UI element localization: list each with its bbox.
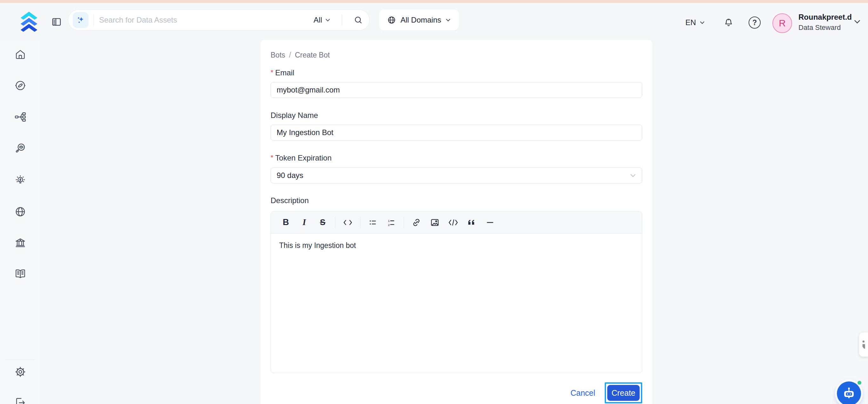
bullet-list-button[interactable] xyxy=(364,214,382,231)
sidebar-item-governance[interactable] xyxy=(0,233,40,252)
notifications-bell-icon[interactable] xyxy=(721,16,736,30)
strikethrough-icon: S xyxy=(320,218,325,227)
home-icon xyxy=(14,48,26,60)
sidebar-item-observe[interactable] xyxy=(0,139,40,158)
search-divider xyxy=(94,14,94,26)
blockquote-icon xyxy=(467,219,476,226)
all-domains-label: All Domains xyxy=(401,16,441,25)
inline-code-icon xyxy=(343,219,352,227)
chevron-down-icon xyxy=(325,19,330,22)
app-logo[interactable] xyxy=(17,10,47,36)
strikethrough-button[interactable]: S xyxy=(313,214,332,231)
token-expiration-label: *Token Expiration xyxy=(271,153,332,163)
toolbar-divider xyxy=(335,217,335,228)
chat-status-dot xyxy=(858,381,861,385)
all-domains-dropdown[interactable]: All Domains xyxy=(379,9,459,30)
bank-icon xyxy=(14,237,26,249)
sidebar-divider xyxy=(5,359,35,360)
lineage-flow-icon xyxy=(14,111,26,123)
sidebar-item-home[interactable] xyxy=(0,45,40,64)
create-bot-card: Bots / Create Bot *Email Display Name *T… xyxy=(260,40,653,404)
breadcrumb: Bots / Create Bot xyxy=(271,51,330,59)
layers-logo-icon xyxy=(17,10,47,36)
breadcrumb-create-bot[interactable]: Create Bot xyxy=(295,51,330,59)
search-input[interactable]: Search for Data Assets xyxy=(99,16,307,25)
form-actions: Cancel Create xyxy=(570,382,642,403)
sidebar-nav xyxy=(0,40,40,404)
cancel-button[interactable]: Cancel xyxy=(570,388,595,398)
horizontal-rule-button[interactable] xyxy=(481,214,499,231)
app-root: Search for Data Assets All All Domains E… xyxy=(0,0,868,404)
avatar-initial: R xyxy=(779,18,786,29)
description-label: Description xyxy=(271,196,309,205)
partial-handle-icon xyxy=(862,340,867,350)
search-scope-label: All xyxy=(313,16,322,25)
ordered-list-icon: 1 2 xyxy=(387,218,396,227)
create-button[interactable]: Create xyxy=(607,385,640,401)
compass-icon xyxy=(14,80,26,91)
blockquote-button[interactable] xyxy=(462,214,481,231)
email-field[interactable] xyxy=(271,82,642,98)
token-expiration-select[interactable]: 90 days xyxy=(271,168,642,183)
create-button-highlight: Create xyxy=(605,382,642,403)
ordered-list-button[interactable]: 1 2 xyxy=(382,214,401,231)
editor-toolbar: B I S xyxy=(271,211,642,234)
italic-button[interactable]: I xyxy=(295,214,313,231)
image-button[interactable] xyxy=(426,214,444,231)
display-name-field[interactable] xyxy=(271,124,642,141)
ai-sparkles-icon[interactable] xyxy=(73,12,89,28)
description-editor-content[interactable]: This is my Ingestion bot xyxy=(271,234,642,257)
sidebar-item-glossary[interactable] xyxy=(0,264,40,283)
breadcrumb-bots[interactable]: Bots xyxy=(271,51,285,59)
svg-text:1: 1 xyxy=(388,219,390,223)
sidebar-item-settings[interactable] xyxy=(0,363,40,381)
toolbar-divider xyxy=(404,217,404,228)
required-marker: * xyxy=(271,153,274,162)
help-glyph: ? xyxy=(752,19,757,27)
toolbar-divider xyxy=(360,217,361,228)
top-peach-strip xyxy=(0,0,868,3)
svg-text:2: 2 xyxy=(388,223,390,226)
link-button[interactable] xyxy=(407,214,426,231)
sidebar-item-insights[interactable] xyxy=(0,171,40,190)
display-name-label: Display Name xyxy=(271,111,318,120)
chevron-down-icon xyxy=(630,174,636,177)
settings-gear-icon xyxy=(14,366,27,378)
robot-icon xyxy=(841,386,857,401)
user-menu[interactable]: Rounakpreet.d Data Steward xyxy=(799,12,852,32)
token-expiration-value: 90 days xyxy=(277,171,303,180)
inline-code-button[interactable] xyxy=(339,214,357,231)
sidebar-item-discover[interactable] xyxy=(0,76,40,95)
sidebar-item-lineage[interactable] xyxy=(0,108,40,126)
description-editor: B I S xyxy=(271,211,642,373)
sidebar-item-domains[interactable] xyxy=(0,202,40,221)
search-scope-dropdown[interactable]: All xyxy=(307,16,337,25)
avatar[interactable]: R xyxy=(772,13,792,33)
globe-icon xyxy=(14,206,26,218)
user-name: Rounakpreet.d xyxy=(799,12,852,22)
chevron-down-icon xyxy=(700,21,705,24)
bold-button[interactable]: B xyxy=(277,214,295,231)
sidebar-toggle-icon[interactable] xyxy=(51,17,62,27)
user-menu-chevron-icon[interactable] xyxy=(854,19,861,25)
language-selector[interactable]: EN xyxy=(685,18,705,27)
globe-icon xyxy=(387,16,396,25)
global-search-bar[interactable]: Search for Data Assets All xyxy=(68,9,370,30)
sidebar-item-logout[interactable] xyxy=(0,393,40,404)
italic-icon: I xyxy=(303,218,306,227)
email-label: *Email xyxy=(271,68,294,77)
chat-assistant-button[interactable] xyxy=(837,381,861,404)
bullet-list-icon xyxy=(368,218,377,227)
logout-icon xyxy=(14,397,26,404)
help-icon[interactable]: ? xyxy=(748,16,762,30)
image-icon xyxy=(430,218,439,227)
right-edge-panel-handle[interactable] xyxy=(859,333,868,357)
code-block-icon xyxy=(448,218,458,227)
link-icon xyxy=(412,218,421,227)
breadcrumb-separator: / xyxy=(289,51,291,59)
search-icon[interactable] xyxy=(347,15,369,25)
code-block-button[interactable] xyxy=(444,214,462,231)
user-role: Data Steward xyxy=(799,23,852,32)
open-book-icon xyxy=(14,268,26,280)
chevron-down-icon xyxy=(445,19,451,22)
